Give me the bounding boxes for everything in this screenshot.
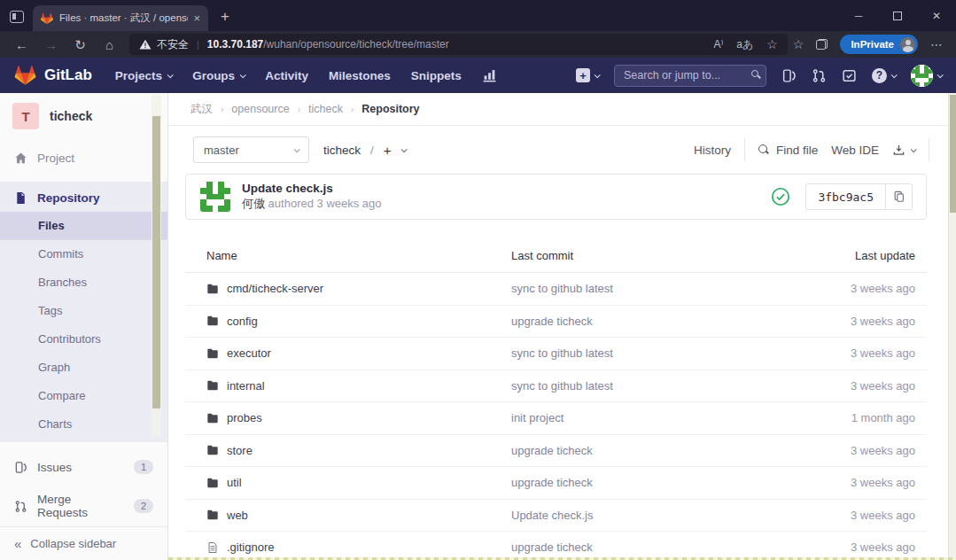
tab-close-icon[interactable]: ×	[193, 12, 200, 25]
back-button[interactable]: ←	[7, 38, 36, 51]
breadcrumb-link[interactable]: 武汉	[190, 102, 213, 117]
new-menu-button[interactable]: +	[576, 68, 599, 82]
repo-root-link[interactable]: ticheck	[323, 144, 361, 157]
branch-selector[interactable]: master	[193, 136, 309, 163]
table-row[interactable]: executorsync to github latest3 weeks ago	[185, 338, 927, 370]
commit-title-link[interactable]: Update check.js	[242, 182, 382, 195]
commit-message-link[interactable]: Update check.js	[511, 509, 594, 522]
download-menu-button[interactable]	[892, 144, 915, 157]
commit-message-link[interactable]: upgrade ticheck	[511, 541, 593, 554]
file-name-link[interactable]: web	[227, 509, 248, 522]
sidebar-item-tags[interactable]: Tags	[0, 297, 167, 325]
home-button[interactable]: ⌂	[95, 38, 124, 51]
sidebar-item-branches[interactable]: Branches	[0, 268, 167, 297]
sidebar-scrollbar[interactable]	[152, 95, 161, 437]
add-file-button[interactable]: +	[384, 143, 392, 158]
sidebar-item-issues[interactable]: Issues 1	[0, 453, 167, 481]
commit-author-avatar[interactable]	[199, 181, 231, 213]
address-bar[interactable]: 不安全 | 10.3.70.187/wuhan/opensource/tiche…	[129, 34, 788, 55]
file-name-link[interactable]: probes	[227, 411, 262, 424]
add-favorite-icon[interactable]: ☆	[766, 37, 778, 51]
sidebar-item-files[interactable]: Files	[0, 212, 167, 240]
table-row[interactable]: .gitignoreupgrade ticheck3 weeks ago	[185, 532, 927, 560]
table-row[interactable]: internalsync to github latest3 weeks ago	[185, 370, 927, 403]
find-file-button[interactable]: Find file	[758, 144, 818, 157]
refresh-button[interactable]: ↻	[66, 38, 95, 51]
file-name-link[interactable]: internal	[227, 379, 265, 393]
gitlab-logo-icon[interactable]	[14, 65, 36, 86]
sidebar-item-graph[interactable]: Graph	[0, 354, 167, 382]
file-name-link[interactable]: util	[227, 476, 242, 489]
window-minimize-button[interactable]: ─	[839, 0, 878, 31]
sidebar-item-repository[interactable]: Repository	[0, 183, 167, 212]
browser-menu-button[interactable]: ⋯	[930, 37, 944, 51]
commit-author-link[interactable]: 何傲	[242, 197, 265, 210]
translate-icon[interactable]: aあ	[736, 37, 753, 52]
sidebar-item-charts[interactable]: Charts	[0, 410, 167, 439]
help-menu-button[interactable]: ?	[872, 68, 896, 83]
file-name-link[interactable]: cmd/ticheck-server	[227, 282, 323, 295]
commit-message-link[interactable]: upgrade ticheck	[511, 476, 593, 489]
sidebar-item-label: Contributors	[38, 332, 101, 346]
not-secure-label[interactable]: 不安全	[157, 37, 189, 52]
chevron-down-icon[interactable]	[400, 146, 407, 152]
tab-workspaces-icon[interactable]	[10, 11, 24, 23]
commit-sha[interactable]: 3fbc9ac5	[806, 184, 885, 209]
nav-groups[interactable]: Groups	[192, 69, 245, 82]
scrollbar-thumb[interactable]	[152, 116, 160, 408]
project-header[interactable]: T ticheck	[0, 93, 167, 136]
scrollbar-thumb[interactable]	[950, 95, 956, 213]
table-row[interactable]: webUpdate check.js3 weeks ago	[185, 500, 927, 533]
table-row[interactable]: cmd/ticheck-serversync to github latest3…	[185, 273, 927, 306]
table-row[interactable]: configupgrade ticheck3 weeks ago	[185, 306, 927, 338]
merge-requests-nav-icon[interactable]	[812, 68, 827, 83]
history-button[interactable]: History	[694, 144, 731, 157]
favorites-bar-icon[interactable]: ☆	[793, 37, 804, 51]
commit-message-link[interactable]: init project	[511, 411, 563, 424]
file-name-link[interactable]: executor	[227, 346, 271, 360]
file-name-link[interactable]: .gitignore	[227, 541, 274, 554]
inprivate-badge[interactable]: InPrivate	[840, 35, 918, 54]
sidebar-item-contributors[interactable]: Contributors	[0, 325, 167, 354]
pipeline-status-icon[interactable]	[771, 187, 790, 206]
file-name-link[interactable]: store	[227, 444, 253, 457]
gitlab-brand[interactable]: GitLab	[44, 66, 92, 84]
collapse-sidebar-button[interactable]: « Collapse sidebar	[0, 526, 167, 560]
bar-chart-icon[interactable]	[482, 68, 497, 83]
commit-message-link[interactable]: upgrade ticheck	[511, 444, 593, 457]
table-row[interactable]: utilupgrade ticheck3 weeks ago	[185, 467, 927, 500]
nav-projects[interactable]: Projects	[115, 69, 172, 82]
user-menu-button[interactable]	[911, 65, 942, 87]
nav-snippets[interactable]: Snippets	[411, 69, 462, 82]
gitlab-navbar: GitLab Projects Groups Activity Mileston…	[0, 58, 956, 93]
breadcrumb-link[interactable]: ticheck	[308, 103, 343, 115]
commit-message-link[interactable]: sync to github latest	[511, 379, 613, 393]
breadcrumb-link[interactable]: opensource	[231, 103, 289, 115]
todos-icon[interactable]	[842, 68, 857, 83]
copy-sha-button[interactable]	[885, 184, 912, 209]
commit-message-link[interactable]: upgrade ticheck	[511, 315, 593, 328]
search-input[interactable]	[614, 65, 766, 87]
browser-tab[interactable]: Files · master · 武汉 / opensourc ×	[33, 5, 208, 31]
nav-activity[interactable]: Activity	[265, 69, 308, 82]
collections-icon[interactable]	[816, 39, 828, 50]
nav-milestones[interactable]: Milestones	[329, 69, 391, 82]
window-close-button[interactable]: ✕	[917, 0, 956, 31]
forward-button[interactable]: →	[36, 38, 66, 51]
sidebar-item-project[interactable]: Project	[0, 144, 167, 172]
window-maximize-button[interactable]	[878, 0, 917, 31]
commit-message-link[interactable]: sync to github latest	[511, 282, 613, 295]
inprivate-label: InPrivate	[851, 39, 894, 50]
table-row[interactable]: probesinit project1 month ago	[185, 402, 927, 435]
web-ide-button[interactable]: Web IDE	[831, 144, 879, 157]
main-scrollbar[interactable]	[948, 93, 956, 560]
commit-message-link[interactable]: sync to github latest	[511, 346, 613, 360]
sidebar-item-commits[interactable]: Commits	[0, 240, 167, 268]
new-tab-button[interactable]: +	[221, 8, 229, 26]
sidebar-item-merge-requests[interactable]: Merge Requests 2	[0, 492, 167, 520]
sidebar-item-compare[interactable]: Compare	[0, 382, 167, 410]
read-aloud-icon[interactable]: A⁾	[713, 38, 723, 51]
issues-nav-icon[interactable]	[781, 68, 797, 83]
file-name-link[interactable]: config	[227, 315, 258, 328]
table-row[interactable]: storeupgrade ticheck3 weeks ago	[185, 435, 927, 468]
